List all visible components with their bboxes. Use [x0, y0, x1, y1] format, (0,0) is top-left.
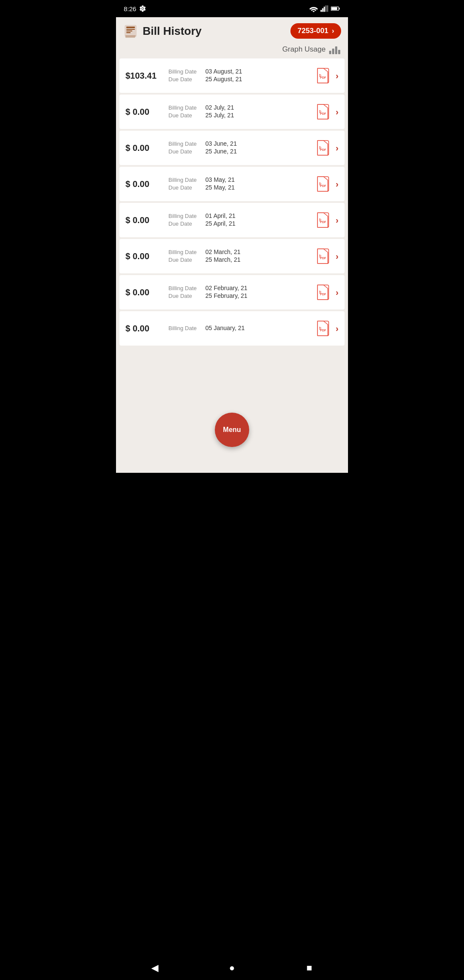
bill-item[interactable]: $ 0.00 Billing Date 02 March, 21 Due Dat… [119, 239, 345, 273]
due-date-row: Due Date 25 March, 21 [168, 256, 311, 263]
bill-actions: PDF › [316, 67, 339, 84]
bill-actions: PDF › [316, 176, 339, 192]
bill-dates: Billing Date 02 February, 21 Due Date 25… [164, 285, 316, 300]
fab-menu-button[interactable]: Menu [215, 413, 249, 447]
status-icons-area [309, 5, 340, 12]
header-left: Bill History [123, 23, 201, 39]
svg-rect-10 [126, 27, 135, 28]
svg-text:PDF: PDF [320, 257, 327, 260]
bill-actions: PDF › [316, 320, 339, 337]
graph-usage-link[interactable]: Graph Usage [282, 45, 326, 54]
svg-rect-11 [126, 29, 135, 30]
svg-point-0 [142, 8, 143, 9]
due-date-label: Due Date [168, 184, 202, 191]
billing-date-row: Billing Date 03 August, 21 [168, 68, 311, 75]
bill-item[interactable]: $ 0.00 Billing Date 01 April, 21 Due Dat… [119, 203, 345, 237]
bill-list: $103.41 Billing Date 03 August, 21 Due D… [116, 58, 348, 346]
svg-rect-1 [321, 10, 322, 12]
bill-item[interactable]: $ 0.00 Billing Date 03 June, 21 Due Date… [119, 131, 345, 165]
account-badge[interactable]: 7253-001 › [290, 23, 341, 39]
due-date-label: Due Date [168, 220, 202, 227]
time-display: 8:26 [124, 5, 136, 12]
due-date-row: Due Date 25 February, 21 [168, 292, 311, 299]
due-date-value: 25 May, 21 [205, 184, 235, 191]
bill-dates: Billing Date 03 August, 21 Due Date 25 A… [164, 68, 316, 83]
due-date-row: Due Date 25 July, 21 [168, 112, 311, 119]
chevron-right-icon: › [336, 324, 339, 334]
due-date-label: Due Date [168, 112, 202, 119]
billing-date-value: 02 March, 21 [205, 248, 241, 255]
bill-actions: PDF › [316, 284, 339, 300]
bill-dates: Billing Date 03 May, 21 Due Date 25 May,… [164, 176, 316, 192]
due-date-value: 25 April, 21 [205, 220, 235, 227]
fab-label: Menu [223, 426, 241, 434]
bill-amount: $ 0.00 [125, 215, 164, 225]
pdf-icon[interactable]: PDF [316, 176, 332, 192]
bar-chart-icon [329, 45, 340, 54]
billing-date-row: Billing Date 02 February, 21 [168, 285, 311, 291]
billing-date-label: Billing Date [168, 285, 202, 291]
billing-date-row: Billing Date 03 June, 21 [168, 140, 311, 147]
svg-text:PDF: PDF [320, 329, 327, 332]
bill-item[interactable]: $ 0.00 Billing Date 02 July, 21 Due Date… [119, 95, 345, 129]
billing-date-row: Billing Date 03 May, 21 [168, 176, 311, 183]
app-container: Bill History 7253-001 › Graph Usage $103… [116, 17, 348, 473]
billing-date-label: Billing Date [168, 68, 202, 75]
bill-dates: Billing Date 02 March, 21 Due Date 25 Ma… [164, 248, 316, 264]
svg-text:PDF: PDF [320, 293, 327, 296]
billing-date-row: Billing Date 05 January, 21 [168, 325, 311, 331]
bill-amount: $ 0.00 [125, 288, 164, 297]
billing-date-label: Billing Date [168, 249, 202, 255]
chevron-right-icon: › [336, 215, 339, 225]
billing-date-row: Billing Date 02 July, 21 [168, 104, 311, 111]
billing-date-value: 03 June, 21 [205, 140, 237, 147]
due-date-label: Due Date [168, 293, 202, 299]
svg-rect-5 [327, 6, 328, 12]
pdf-icon[interactable]: PDF [316, 140, 332, 156]
account-chevron: › [332, 27, 334, 35]
due-date-value: 25 August, 21 [205, 76, 242, 83]
settings-icon [139, 5, 147, 12]
due-date-row: Due Date 25 April, 21 [168, 220, 311, 227]
pdf-icon[interactable]: PDF [316, 212, 332, 228]
bill-item[interactable]: $ 0.00 Billing Date 02 February, 21 Due … [119, 275, 345, 309]
bill-actions: PDF › [316, 140, 339, 156]
bill-item[interactable]: $ 0.00 Billing Date 03 May, 21 Due Date … [119, 167, 345, 201]
svg-text:PDF: PDF [320, 148, 327, 151]
page-title: Bill History [143, 24, 201, 38]
pdf-icon[interactable]: PDF [316, 104, 332, 120]
pdf-icon[interactable]: PDF [316, 284, 332, 300]
bill-amount: $ 0.00 [125, 179, 164, 189]
status-bar: 8:26 [116, 0, 348, 17]
bill-amount: $ 0.00 [125, 143, 164, 153]
due-date-value: 25 February, 21 [205, 292, 247, 299]
bill-actions: PDF › [316, 104, 339, 120]
svg-text:PDF: PDF [320, 76, 327, 79]
bill-amount: $ 0.00 [125, 107, 164, 117]
due-date-row: Due Date 25 May, 21 [168, 184, 311, 191]
header: Bill History 7253-001 › [116, 17, 348, 43]
due-date-label: Due Date [168, 257, 202, 263]
pdf-icon[interactable]: PDF [316, 67, 332, 84]
billing-date-label: Billing Date [168, 141, 202, 147]
billing-date-value: 01 April, 21 [205, 212, 235, 219]
svg-text:PDF: PDF [320, 184, 327, 187]
svg-rect-8 [331, 7, 337, 10]
due-date-label: Due Date [168, 76, 202, 83]
bill-amount: $103.41 [125, 71, 164, 81]
bill-actions: PDF › [316, 212, 339, 228]
bill-item[interactable]: $ 0.00 Billing Date 05 January, 21 PDF [119, 311, 345, 346]
pdf-icon[interactable]: PDF [316, 320, 332, 337]
billing-date-value: 03 May, 21 [205, 176, 235, 183]
billing-date-row: Billing Date 02 March, 21 [168, 248, 311, 255]
billing-date-value: 05 January, 21 [205, 325, 245, 331]
pdf-icon[interactable]: PDF [316, 248, 332, 264]
billing-date-value: 02 February, 21 [205, 285, 247, 291]
chevron-right-icon: › [336, 251, 339, 261]
due-date-value: 25 July, 21 [205, 112, 234, 119]
billing-date-label: Billing Date [168, 325, 202, 331]
bill-item[interactable]: $103.41 Billing Date 03 August, 21 Due D… [119, 58, 345, 93]
billing-date-value: 03 August, 21 [205, 68, 242, 75]
svg-text:PDF: PDF [320, 112, 327, 115]
billing-date-label: Billing Date [168, 104, 202, 111]
